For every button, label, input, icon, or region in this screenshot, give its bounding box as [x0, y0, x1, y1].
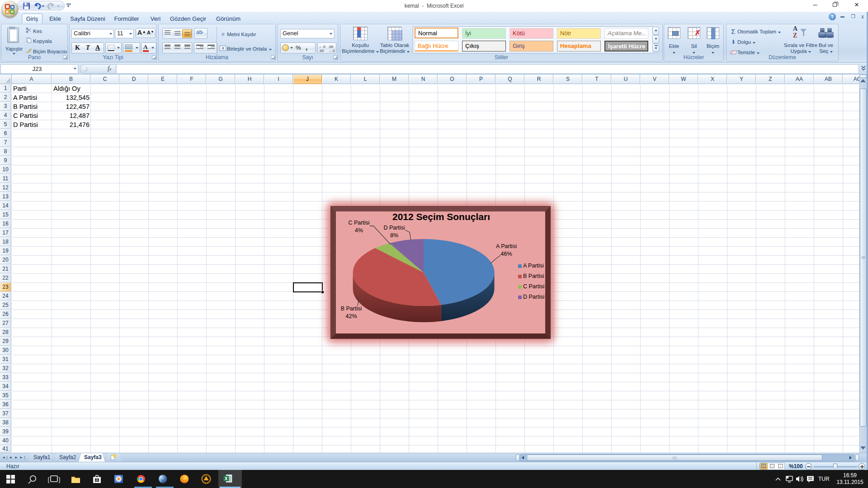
svg-text:TUR: TUR: [818, 476, 830, 482]
svg-text:X: X: [225, 476, 228, 481]
